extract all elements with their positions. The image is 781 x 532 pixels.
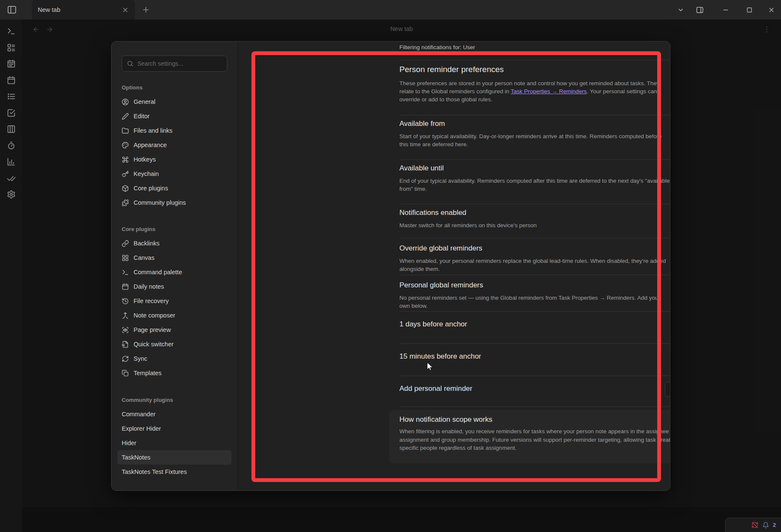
- sidebar-item-core-plugins[interactable]: Core plugins: [117, 181, 232, 195]
- chevron-down-icon: [677, 6, 684, 14]
- close-window-button[interactable]: [768, 0, 775, 19]
- settings-content: Filtering notifications for: User Person…: [238, 42, 670, 490]
- section-desc-notifications: Master switch for all reminders on this …: [399, 221, 537, 229]
- sidebar-item-backlinks[interactable]: Backlinks: [117, 236, 232, 251]
- obsidian-window: New tab New tab 2 Search settings... O: [0, 0, 781, 532]
- sidebar-item-general[interactable]: General: [117, 95, 232, 109]
- check-square-icon[interactable]: [7, 109, 16, 117]
- sidebar-item-label: TaskNotes: [122, 454, 151, 461]
- terminal-icon[interactable]: [7, 27, 16, 36]
- reminder-row-label: 15 minutes before anchor: [399, 352, 481, 361]
- sidebar-item-sync[interactable]: Sync: [117, 351, 232, 366]
- sidebar-item-keychain[interactable]: Keychain: [117, 167, 232, 181]
- sidebar-item-daily-notes[interactable]: Daily notes: [117, 279, 232, 294]
- maximize-button[interactable]: [746, 0, 753, 19]
- titlebar: New tab: [0, 0, 781, 19]
- link-icon: [122, 240, 129, 247]
- sidebar-item-command-palette[interactable]: Command palette: [117, 265, 232, 279]
- sidebar-item-label: Hider: [122, 440, 137, 446]
- sidebar-item-note-composer[interactable]: Note composer: [117, 308, 232, 323]
- key-icon: [122, 170, 129, 178]
- close-icon: [768, 6, 775, 14]
- notification-count: 2: [773, 522, 776, 528]
- divider: [399, 275, 670, 275]
- sidebar-item-label: Hotkeys: [134, 156, 156, 163]
- sidebar-item-label: Templates: [134, 370, 162, 376]
- sidebar-item-hider[interactable]: Hider: [117, 436, 232, 450]
- columns-icon[interactable]: [7, 125, 16, 134]
- sidebar-item-label: Sync: [134, 355, 147, 362]
- section-desc-available-from: Start of your typical availability. Day-…: [399, 132, 670, 148]
- filter-note: Filtering notifications for: User: [399, 44, 475, 50]
- merge-icon: [122, 312, 129, 319]
- sidebar-item-label: Quick switcher: [134, 341, 173, 348]
- sidebar-item-explorer-hider[interactable]: Explorer Hider: [117, 421, 232, 436]
- sidebar-item-label: Commander: [122, 411, 156, 418]
- search-icon: [127, 60, 134, 67]
- package-icon: [122, 185, 129, 192]
- sidebar-item-canvas[interactable]: Canvas: [117, 251, 232, 265]
- section-desc-prefs: These preferences are stored in your per…: [399, 79, 670, 103]
- settings-search[interactable]: Search settings...: [122, 56, 227, 72]
- sidebar-item-appearance[interactable]: Appearance: [117, 138, 232, 152]
- double-check-icon[interactable]: [7, 174, 16, 183]
- sidebar-group-header: Core plugins: [122, 225, 227, 233]
- settings-sidebar: Search settings... OptionsGeneralEditorF…: [112, 42, 238, 490]
- calendar-icon: [122, 283, 129, 290]
- timer-icon[interactable]: [7, 141, 16, 150]
- divider: [399, 407, 670, 407]
- history-icon: [122, 298, 129, 305]
- section-title-personal: Personal global reminders: [399, 281, 483, 290]
- divider: [399, 60, 670, 60]
- sidebar-item-label: Command palette: [134, 269, 182, 276]
- section-title-override: Override global reminders: [399, 244, 483, 253]
- sidebar-item-templates[interactable]: Templates: [117, 366, 232, 380]
- sidebar-item-label: Core plugins: [134, 185, 168, 192]
- tab-close-icon[interactable]: [122, 6, 129, 14]
- maximize-icon: [746, 6, 753, 14]
- sidebar-item-quick-switcher[interactable]: Quick switcher: [117, 337, 232, 351]
- tab-list-dropdown[interactable]: [677, 0, 684, 19]
- sidebar-toggle-icon[interactable]: [7, 5, 17, 15]
- eye-scan-icon: [122, 326, 129, 334]
- list-icon[interactable]: [7, 92, 16, 101]
- terminal-icon: [122, 269, 129, 276]
- divider: [399, 238, 670, 238]
- reminder-amount-input[interactable]: [665, 382, 670, 397]
- section-title-prefs: Person reminder preferences: [399, 65, 504, 74]
- palette-icon: [122, 142, 129, 149]
- sidebar-group-header: Community plugins: [122, 396, 227, 404]
- bell-icon[interactable]: [762, 522, 769, 529]
- gear-icon[interactable]: [7, 190, 16, 199]
- minimize-button[interactable]: [722, 0, 729, 19]
- puzzle-icon: [122, 199, 129, 206]
- task-properties-link[interactable]: Task Properties → Reminders: [510, 88, 586, 95]
- sidebar-item-hotkeys[interactable]: Hotkeys: [117, 152, 232, 167]
- sidebar-item-tasknotes[interactable]: TaskNotes: [117, 450, 232, 465]
- sidebar-item-tasknotes-test-fixtures[interactable]: TaskNotes Test Fixtures: [117, 465, 232, 479]
- layout-cards-icon[interactable]: [7, 43, 16, 52]
- sidebar-item-page-preview[interactable]: Page preview: [117, 323, 232, 337]
- copy-icon: [122, 370, 129, 377]
- sidebar-item-files-and-links[interactable]: Files and links: [117, 123, 232, 138]
- folder-icon: [122, 127, 129, 134]
- search-placeholder: Search settings...: [137, 60, 183, 67]
- sidebar-item-commander[interactable]: Commander: [117, 407, 232, 421]
- section-desc-available-until: End of your typical availability. Remind…: [399, 177, 670, 193]
- right-sidebar-toggle[interactable]: [696, 0, 704, 19]
- calendar-dots-icon[interactable]: [7, 59, 16, 68]
- sidebar-item-file-recovery[interactable]: File recovery: [117, 294, 232, 308]
- bar-chart-icon[interactable]: [7, 157, 16, 166]
- divider: [399, 159, 670, 160]
- user-circle-icon: [122, 98, 129, 106]
- new-tab-plus-icon[interactable]: [142, 6, 150, 14]
- layout-grid-icon: [122, 254, 129, 262]
- section-title-available-from: Available from: [399, 120, 445, 128]
- calendar-icon[interactable]: [7, 76, 16, 85]
- sidebar-item-editor[interactable]: Editor: [117, 109, 232, 123]
- sidebar-item-community-plugins[interactable]: Community plugins: [117, 195, 232, 210]
- tab-new-tab[interactable]: New tab: [32, 0, 135, 19]
- sidebar-item-label: Page preview: [134, 326, 171, 333]
- sync-off-icon[interactable]: [751, 521, 759, 529]
- sidebar-item-label: Canvas: [134, 254, 154, 261]
